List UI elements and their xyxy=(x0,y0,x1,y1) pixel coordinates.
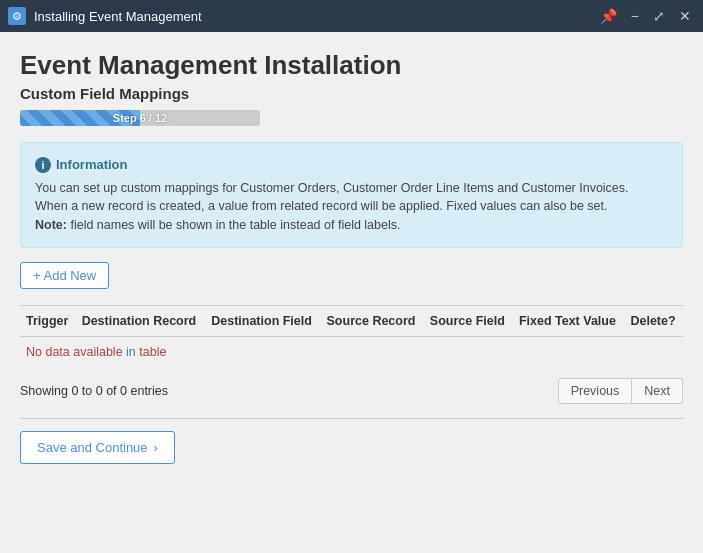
showing-text: Showing 0 to 0 of 0 entries xyxy=(20,384,168,398)
col-dest-record: Destination Record xyxy=(76,306,206,337)
info-box-line1: You can set up custom mappings for Custo… xyxy=(35,179,668,198)
page-title: Event Management Installation xyxy=(20,50,683,81)
next-button[interactable]: Next xyxy=(632,378,683,404)
pagination-buttons: Previous Next xyxy=(558,378,683,404)
info-box-note-prefix: Note: xyxy=(35,218,67,232)
col-source-record: Source Record xyxy=(321,306,424,337)
title-bar-text: Installing Event Management xyxy=(34,9,588,24)
no-data-text: No data available xyxy=(26,345,123,359)
close-button[interactable]: ✕ xyxy=(675,6,695,26)
page-subtitle: Custom Field Mappings xyxy=(20,85,683,102)
info-box-note: Note: field names will be shown in the t… xyxy=(35,216,668,235)
window-controls: 📌 − ⤢ ✕ xyxy=(596,6,695,26)
maximize-button[interactable]: ⤢ xyxy=(649,6,669,26)
pagination-area: Showing 0 to 0 of 0 entries Previous Nex… xyxy=(20,378,683,404)
col-source-field: Source Field xyxy=(424,306,513,337)
info-box-note-text: field names will be shown in the table i… xyxy=(67,218,401,232)
app-icon: ⚙ xyxy=(8,7,26,25)
info-box: i Information You can set up custom mapp… xyxy=(20,142,683,248)
pin-button[interactable]: 📌 xyxy=(596,6,621,26)
save-continue-label: Save and Continue xyxy=(37,440,148,455)
no-data-in: in xyxy=(123,345,136,359)
add-new-button[interactable]: + Add New xyxy=(20,262,109,289)
col-delete: Delete? xyxy=(624,306,683,337)
previous-button[interactable]: Previous xyxy=(558,378,633,404)
col-dest-field: Destination Field xyxy=(205,306,320,337)
col-fixed-text: Fixed Text Value xyxy=(513,306,625,337)
chevron-right-icon: › xyxy=(154,440,158,455)
info-icon: i xyxy=(35,157,51,173)
save-continue-button[interactable]: Save and Continue › xyxy=(20,431,175,464)
table-wrapper: Trigger Destination Record Destination F… xyxy=(20,305,683,368)
no-data-cell: No data available in table xyxy=(20,336,683,367)
info-box-line2: When a new record is created, a value fr… xyxy=(35,197,668,216)
info-box-heading: Information xyxy=(56,155,128,175)
no-data-row: No data available in table xyxy=(20,336,683,367)
table-header-row: Trigger Destination Record Destination F… xyxy=(20,306,683,337)
mappings-table: Trigger Destination Record Destination F… xyxy=(20,306,683,368)
no-data-table: table xyxy=(136,345,167,359)
minimize-button[interactable]: − xyxy=(627,6,643,26)
title-bar: ⚙ Installing Event Management 📌 − ⤢ ✕ xyxy=(0,0,703,32)
info-box-title: i Information xyxy=(35,155,668,175)
col-trigger: Trigger xyxy=(20,306,76,337)
progress-bar: Step 6 / 12 xyxy=(20,110,260,126)
progress-container: Step 6 / 12 xyxy=(20,110,683,126)
progress-label: Step 6 / 12 xyxy=(113,112,167,124)
main-content: Event Management Installation Custom Fie… xyxy=(0,32,703,553)
footer-divider xyxy=(20,418,683,419)
